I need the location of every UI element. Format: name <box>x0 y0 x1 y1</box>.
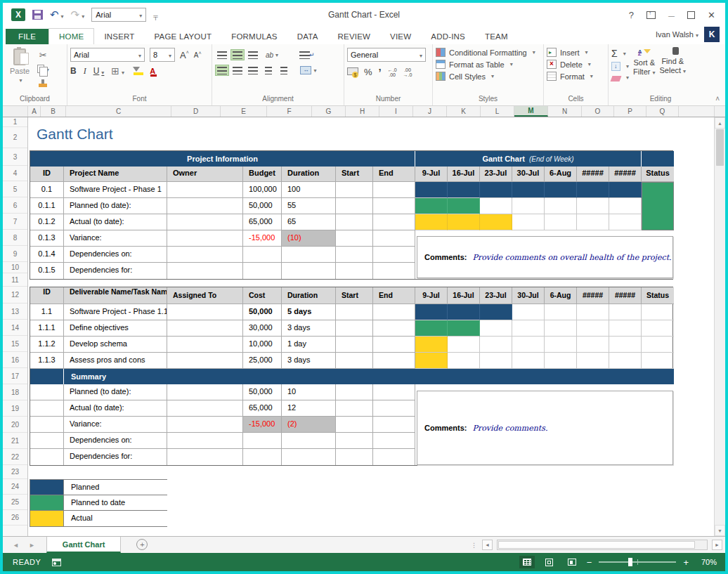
cell-id[interactable] <box>30 417 64 433</box>
gantt-cell-empty[interactable] <box>609 304 642 320</box>
gantt-cell-empty[interactable] <box>609 337 642 353</box>
format-as-table-button[interactable]: Format as Table <box>436 60 540 69</box>
header-owner[interactable]: Owner <box>167 167 243 182</box>
collapse-ribbon-icon[interactable] <box>715 95 720 103</box>
cell-duration[interactable]: 3 days <box>282 320 336 337</box>
cell-start[interactable] <box>336 449 373 465</box>
cell-budget[interactable] <box>243 263 282 279</box>
gantt-bar-actual[interactable] <box>415 214 448 230</box>
row-header[interactable]: 24 <box>3 479 27 495</box>
cell-duration[interactable]: 1 day <box>282 337 336 353</box>
cell-end[interactable] <box>373 304 415 320</box>
cell-budget[interactable]: 100,000 <box>243 182 282 198</box>
cell-duration[interactable] <box>282 433 336 449</box>
cell-cost[interactable]: 65,000 <box>243 400 282 417</box>
header-cost[interactable]: Cost <box>243 287 282 304</box>
next-sheet-icon[interactable]: ► <box>29 542 35 549</box>
row-header[interactable]: 2 <box>3 127 27 148</box>
cell-duration[interactable]: 3 days <box>282 353 336 369</box>
cell-id[interactable]: 0.1.2 <box>30 214 64 230</box>
gantt-cell-empty[interactable] <box>609 198 642 214</box>
row-header[interactable]: 11 <box>3 273 27 287</box>
cell-name[interactable]: Develop schema <box>64 337 167 353</box>
find-select-button[interactable]: Find & Select <box>659 46 686 81</box>
zoom-out-icon[interactable]: − <box>587 557 592 568</box>
cut-icon[interactable] <box>37 49 49 60</box>
gantt-row[interactable] <box>415 214 642 230</box>
gantt-cell-empty[interactable] <box>609 214 642 230</box>
gantt-cell-empty[interactable] <box>448 337 480 353</box>
scroll-right-icon[interactable]: ► <box>712 540 722 550</box>
cell-id[interactable] <box>30 433 64 449</box>
clear-button[interactable] <box>611 74 629 81</box>
gantt-cell-empty[interactable] <box>545 214 577 230</box>
header-project-name[interactable]: Project Name <box>64 167 167 182</box>
decrease-font-icon[interactable]: A <box>194 51 202 59</box>
column-header-g[interactable]: G <box>312 106 346 117</box>
undo-icon[interactable] <box>50 8 64 21</box>
header-id[interactable]: ID <box>30 287 64 304</box>
cell-owner[interactable] <box>167 214 243 230</box>
gantt-cell-empty[interactable] <box>609 353 642 369</box>
copy-icon[interactable] <box>37 65 44 73</box>
tab-insert[interactable]: INSERT <box>94 29 144 44</box>
header-date[interactable]: ##### <box>577 287 609 304</box>
cell-budget[interactable]: 65,000 <box>243 214 282 230</box>
cell-owner[interactable] <box>167 263 243 279</box>
cell-cost[interactable]: 25,000 <box>243 353 282 369</box>
column-header-e[interactable]: E <box>221 106 267 117</box>
gantt-cell-empty[interactable] <box>545 198 577 214</box>
format-button[interactable]: Format <box>547 72 605 81</box>
middle-align-icon[interactable] <box>230 49 245 60</box>
sort-filter-button[interactable]: Sort & Filter <box>633 46 655 81</box>
cell-start[interactable] <box>336 304 373 320</box>
decrease-decimal-icon[interactable]: .00→.0 <box>403 67 412 77</box>
cell-end[interactable] <box>373 182 415 198</box>
column-header-p[interactable]: P <box>614 106 646 117</box>
ribbon-display-options-icon[interactable] <box>646 11 656 19</box>
gantt-cell-empty[interactable] <box>545 304 577 320</box>
row-header[interactable]: 25 <box>3 495 27 510</box>
cell-id[interactable]: 1.1 <box>30 304 64 320</box>
normal-view-icon[interactable] <box>519 556 535 568</box>
cell-name[interactable]: Variance: <box>64 230 167 247</box>
cell-id[interactable]: 0.1.1 <box>30 198 64 214</box>
gantt-bar-actual[interactable] <box>415 353 448 369</box>
cell-start[interactable] <box>336 400 373 417</box>
format-painter-icon[interactable] <box>39 84 47 87</box>
cell-assigned[interactable] <box>167 449 243 465</box>
increase-font-icon[interactable]: A <box>180 50 189 60</box>
autosum-button[interactable] <box>611 48 629 59</box>
cell-start[interactable] <box>336 247 373 263</box>
gantt-row[interactable] <box>415 320 642 337</box>
paste-button[interactable]: Paste <box>6 46 34 89</box>
cell-end[interactable] <box>373 417 415 433</box>
gantt-row[interactable] <box>415 304 642 320</box>
header-date[interactable]: ##### <box>609 167 642 182</box>
gantt-row[interactable] <box>415 337 642 353</box>
cell-assigned[interactable] <box>167 337 243 353</box>
gantt-cell-empty[interactable] <box>577 214 609 230</box>
gantt-bar-planned[interactable] <box>448 304 480 320</box>
gantt-cell-empty[interactable] <box>545 337 577 353</box>
cell-end[interactable] <box>373 384 415 400</box>
column-header-i[interactable]: I <box>379 106 413 117</box>
row-header[interactable]: 12 <box>3 287 27 304</box>
cell-start[interactable] <box>336 337 373 353</box>
gantt-cell-empty[interactable] <box>577 304 609 320</box>
cell-cost[interactable]: 50,000 <box>243 304 282 320</box>
row-header[interactable]: 8 <box>3 230 27 246</box>
status-indicator-green[interactable] <box>642 182 674 230</box>
cell-owner[interactable] <box>167 182 243 198</box>
cell-end[interactable] <box>373 433 415 449</box>
cell-end[interactable] <box>373 247 415 263</box>
cell-status[interactable] <box>642 353 674 369</box>
fill-button[interactable] <box>611 62 629 71</box>
borders-icon[interactable] <box>111 65 124 77</box>
header-date[interactable]: 23-Jul <box>480 287 512 304</box>
cell-end[interactable] <box>373 198 415 214</box>
minimize-icon[interactable] <box>668 10 675 20</box>
cell-assigned[interactable] <box>167 353 243 369</box>
percent-style-icon[interactable] <box>364 67 372 77</box>
cell-start[interactable] <box>336 433 373 449</box>
